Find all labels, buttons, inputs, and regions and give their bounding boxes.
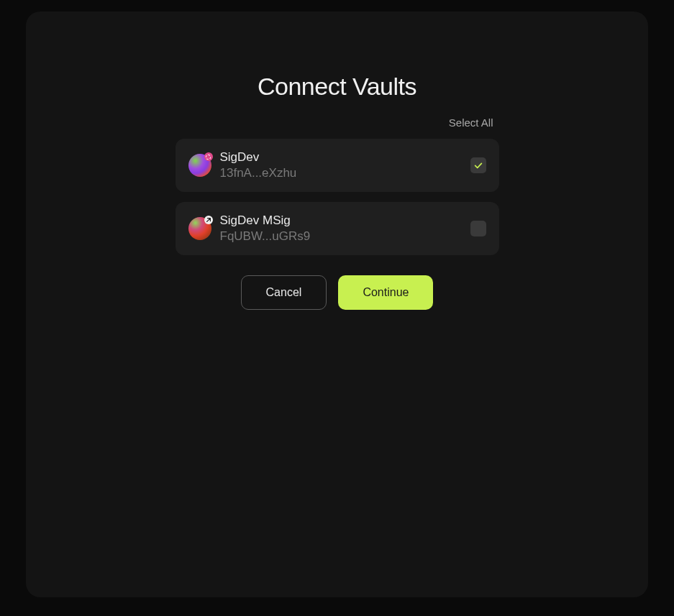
vault-address: FqUBW...uGRs9 (220, 229, 462, 244)
check-icon (473, 160, 483, 170)
vault-checkbox[interactable] (470, 157, 486, 173)
vault-item[interactable]: SigDev 13fnA...eXzhu (176, 139, 499, 192)
continue-button[interactable]: Continue (338, 275, 433, 310)
connect-vaults-modal: Connect Vaults Select All SigDev 13fnA..… (26, 12, 648, 597)
select-all-row: Select All (176, 116, 499, 129)
vault-badge-icon (204, 152, 213, 161)
vault-info: SigDev 13fnA...eXzhu (220, 150, 462, 180)
vault-info: SigDev MSig FqUBW...uGRs9 (220, 213, 462, 244)
vault-badge-icon (204, 216, 213, 224)
vault-name: SigDev (220, 150, 462, 165)
button-row: Cancel Continue (176, 275, 499, 310)
vault-checkbox[interactable] (470, 221, 486, 236)
modal-title: Connect Vaults (258, 73, 416, 101)
vault-item[interactable]: SigDev MSig FqUBW...uGRs9 (176, 202, 499, 255)
vault-avatar-wrap (188, 217, 211, 240)
vault-list: SigDev 13fnA...eXzhu (176, 139, 499, 255)
cancel-button[interactable]: Cancel (241, 275, 327, 310)
vault-avatar-wrap (188, 154, 211, 177)
content-area: Select All SigDev 13fnA...eXzhu (176, 116, 499, 310)
vault-address: 13fnA...eXzhu (220, 166, 462, 180)
vault-name: SigDev MSig (220, 213, 462, 228)
select-all-button[interactable]: Select All (449, 116, 493, 129)
